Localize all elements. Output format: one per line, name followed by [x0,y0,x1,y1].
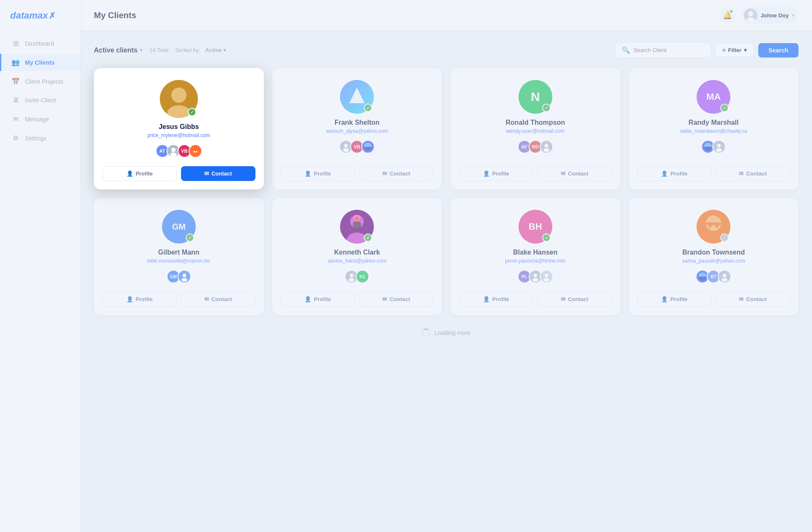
sort-selector[interactable]: Sorted by: Active ▾ [175,47,226,53]
team-avatars: PL [518,270,553,283]
svg-point-50 [721,278,727,282]
team-avatars: KC [345,270,369,283]
client-projects-icon: 📅 [11,77,20,85]
contact-label: Contact [211,296,232,302]
profile-button[interactable]: 👤 Profile [459,166,533,181]
client-email: santos_foest@yahoo.com [328,258,387,264]
dashboard-icon: ⊞ [11,39,20,47]
status-indicator [188,108,196,116]
client-card-6: Kenneth Clark santos_foest@yahoo.com KC … [272,198,442,315]
svg-point-45 [708,224,712,228]
client-card-7: BH Blake Hansen javon.pacocha@hirthe.inf… [450,198,620,315]
mail-icon: ✉ [382,296,387,302]
avatar-wrap: BH [518,210,552,244]
page-title: My Clients [94,11,136,20]
profile-button[interactable]: 👤 Profile [459,292,533,307]
card-actions: 👤 Profile ✉ Contact [281,166,434,181]
team-avatar [712,140,726,154]
active-clients-button[interactable]: Active clients ▾ [94,47,143,54]
clients-grid: Jesus Gibbs price_mylene@hotmail.com AT … [94,68,798,315]
sidebar: datamax✗ ⊞ Dashboard 👥 My Clients 📅 Clie… [0,0,80,532]
card-actions: 👤 Profile ✉ Contact [102,166,255,181]
contact-button[interactable]: ✉ Contact [181,292,255,307]
logo: datamax✗ [0,10,80,35]
dropdown-caret-icon: ▾ [140,47,143,53]
profile-button[interactable]: 👤 Profile [102,292,177,307]
filter-label: Filter [728,47,742,53]
avatar-wrap [160,80,198,118]
team-avatars: GM [167,270,191,283]
avatar-wrap [697,210,730,244]
client-card-1: Jesus Gibbs price_mylene@hotmail.com AT … [94,68,264,189]
contact-label: Contact [568,170,588,177]
mail-icon: ✉ [561,296,565,302]
user-icon: 👤 [661,170,668,177]
team-avatar: KC [356,270,369,283]
contact-button[interactable]: ✉ Contact [181,166,255,181]
sidebar-item-label: Dashboard [25,40,54,47]
status-indicator [364,233,372,242]
mail-icon: ✉ [382,170,387,177]
profile-label: Profile [492,296,509,302]
sidebar-item-message[interactable]: ✉ Message [0,110,80,128]
logo-checkmark: ✗ [49,11,56,21]
contact-button[interactable]: ✉ Contact [359,292,433,307]
team-avatars: AT VB ●● [156,144,202,158]
profile-button[interactable]: 👤 Profile [637,166,712,181]
contact-label: Contact [390,296,410,302]
client-name: Kenneth Clark [334,249,380,256]
user-icon: 👤 [661,296,668,302]
search-button[interactable]: Search [758,43,798,58]
sidebar-item-invite-client[interactable]: 🖥 Invite Client [0,92,80,109]
settings-icon: ⚙ [11,134,20,142]
sidebar-item-dashboard[interactable]: ⊞ Dashboard [0,35,80,52]
contact-button[interactable]: ✉ Contact [359,166,433,181]
profile-button[interactable]: 👤 Profile [637,292,712,307]
svg-rect-44 [706,222,721,225]
contact-button[interactable]: ✉ Contact [538,166,612,181]
user-menu[interactable]: Johne Doy ▾ [742,7,798,24]
svg-point-7 [171,148,176,152]
svg-point-19 [543,148,549,152]
team-avatars [701,140,726,154]
user-icon: 👤 [304,170,311,177]
svg-point-25 [182,274,186,277]
status-indicator [186,233,194,242]
sidebar-item-settings[interactable]: ⚙ Settings [0,129,80,147]
profile-label: Profile [492,170,509,177]
team-avatar [178,270,191,283]
team-avatar: ●● [189,144,202,158]
client-email: javon.pacocha@hirthe.info [505,258,565,264]
status-indicator [364,104,372,112]
card-actions: 👤 Profile ✉ Contact [459,166,612,181]
avatar-wrap: N [518,80,552,114]
header-right: 🔔 Johne Doy ▾ [719,7,798,24]
total-count: 14 Total [149,47,168,53]
contact-button[interactable]: ✉ Contact [716,166,790,181]
status-indicator [720,104,729,112]
profile-button[interactable]: 👤 Profile [281,166,355,181]
contact-label: Contact [390,170,410,177]
client-name: Brandon Townsend [682,249,745,256]
client-email: sallia_rosenbaum@chasity.ca [680,128,747,134]
sidebar-item-client-projects[interactable]: 📅 Client Projects [0,73,80,90]
filter-button[interactable]: ≡ Filter ▾ [715,43,754,57]
contact-button[interactable]: ✉ Contact [716,292,790,307]
user-icon: 👤 [483,296,490,302]
search-input[interactable] [634,47,705,53]
search-box[interactable]: 🔍 [615,42,711,58]
contact-button[interactable]: ✉ Contact [538,292,612,307]
svg-point-35 [348,278,354,282]
user-name: Johne Doy [761,12,789,19]
client-email: sarina_paucek@yahoo.com [682,258,745,264]
profile-button[interactable]: 👤 Profile [281,292,355,307]
toolbar: Active clients ▾ 14 Total Sorted by: Act… [94,42,798,58]
sorted-by-label: Sorted by: [175,47,200,53]
card-actions: 👤 Profile ✉ Contact [281,292,434,307]
team-avatars: VB [339,140,375,154]
contact-label: Contact [568,296,588,302]
main-area: My Clients 🔔 Johne Doy ▾ Active clients … [80,0,812,532]
profile-button[interactable]: 👤 Profile [102,166,177,181]
sidebar-item-my-clients[interactable]: 👥 My Clients [0,54,80,71]
notification-button[interactable]: 🔔 [719,7,735,23]
